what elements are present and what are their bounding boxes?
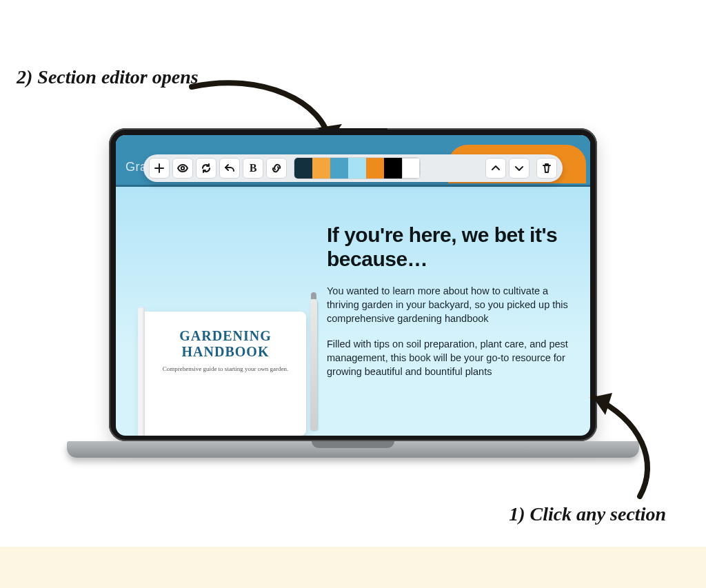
chevron-down-icon	[514, 163, 525, 174]
color-swatch-5[interactable]	[366, 158, 384, 179]
color-swatch-2[interactable]	[312, 158, 330, 179]
book-illustration: GARDENING HANDBOOK Comprehensive guide t…	[134, 202, 313, 436]
color-swatch-6[interactable]	[384, 158, 402, 179]
move-up-button[interactable]	[485, 158, 506, 179]
section-editor-toolbar: B	[143, 154, 563, 182]
hero-heading: If you're here, we bet it's because…	[327, 223, 572, 272]
footer-strip	[0, 547, 706, 588]
hero-paragraph-1: You wanted to learn more about how to cu…	[327, 284, 572, 326]
plus-icon	[154, 163, 165, 174]
link-button[interactable]	[266, 158, 287, 179]
laptop-mockup: Gra	[109, 128, 597, 458]
refresh-button[interactable]	[196, 158, 216, 179]
laptop-base	[67, 441, 639, 458]
bold-icon: B	[250, 162, 257, 174]
hero-text: If you're here, we bet it's because… You…	[327, 202, 572, 436]
toolbar-group-actions: B	[149, 158, 287, 179]
toolbar-group-move	[485, 158, 530, 179]
preview-button[interactable]	[172, 158, 193, 179]
color-swatch-3[interactable]	[330, 158, 348, 179]
move-down-button[interactable]	[509, 158, 530, 179]
book-title: GARDENING HANDBOOK	[156, 328, 295, 360]
color-swatch-4[interactable]	[348, 158, 366, 179]
add-button[interactable]	[149, 158, 170, 179]
eye-icon	[177, 163, 188, 174]
pen-graphic	[310, 299, 317, 430]
book-subtitle: Comprehensive guide to starting your own…	[156, 365, 295, 374]
refresh-icon	[201, 163, 212, 174]
hero-paragraph-2: Filled with tips on soil preparation, pl…	[327, 337, 572, 379]
color-palette	[294, 157, 421, 179]
annotation-step-1: 1) Click any section	[509, 503, 666, 525]
color-swatch-1[interactable]	[294, 158, 312, 179]
editor-screen: Gra	[116, 135, 590, 436]
hero-section[interactable]: GARDENING HANDBOOK Comprehensive guide t…	[116, 187, 590, 436]
annotation-step-2: 2) Section editor opens	[17, 66, 199, 88]
trash-icon	[541, 163, 552, 174]
app-topbar: Gra	[116, 135, 590, 185]
bold-button[interactable]: B	[243, 158, 263, 179]
chevron-up-icon	[490, 163, 501, 174]
link-icon	[271, 163, 282, 174]
color-swatch-7[interactable]	[402, 158, 420, 179]
undo-icon	[224, 163, 235, 174]
undo-button[interactable]	[219, 158, 240, 179]
delete-button[interactable]	[536, 158, 557, 179]
annotation-arrow-bottom	[572, 386, 669, 503]
svg-point-1	[181, 167, 184, 170]
